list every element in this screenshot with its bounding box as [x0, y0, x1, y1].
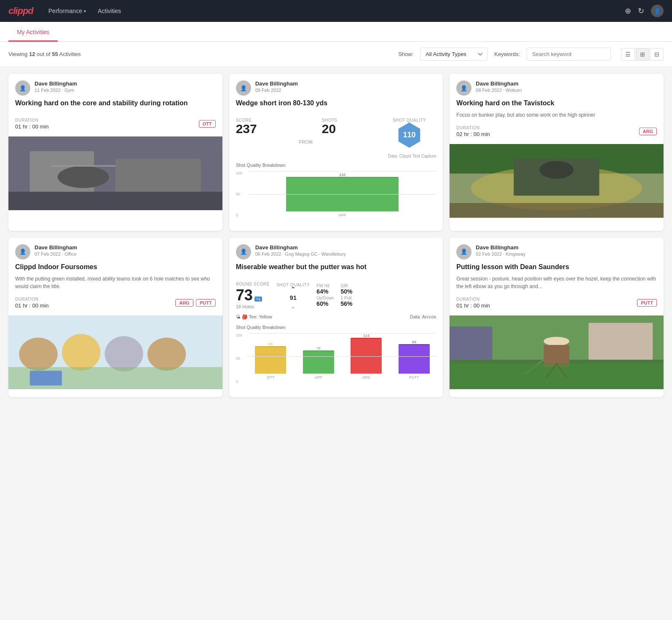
card-header: 👤 Dave Billingham 08 Feb 2022 · Woburn: [450, 74, 664, 99]
nav-activities[interactable]: Activities: [93, 5, 126, 17]
activity-card-1[interactable]: 👤 Dave Billingham 11 Feb 2022 · Gym Work…: [8, 74, 222, 231]
card-title: Working hard on the Tavistock: [456, 99, 657, 108]
card-description: With the putting green installed, mixed …: [15, 275, 216, 290]
card-header: 👤 Dave Billingham 02 Feb 2022 · Kingsway: [450, 238, 664, 263]
data-source: Data: Clippd Test Capture: [229, 153, 443, 159]
card-description: Great session - posture, head position w…: [456, 275, 657, 290]
tag-putt: PUTT: [637, 299, 657, 307]
navbar: clippd Performance ▾ Activities ⊕ ↻ 👤: [0, 0, 672, 22]
up-down-label: Up/Down: [316, 296, 334, 300]
user-name: Dave Billingham: [476, 80, 657, 87]
svg-point-10: [540, 161, 574, 179]
cols-view-toggle[interactable]: ⊟: [650, 48, 664, 61]
avatar: 👤: [456, 80, 471, 96]
round-score-label: Round Score: [236, 282, 270, 286]
avatar: 👤: [236, 80, 251, 96]
shot-quality-label: Shot Quality: [393, 118, 426, 123]
refresh-icon[interactable]: ↻: [638, 6, 644, 16]
card-image: [8, 315, 222, 389]
chart-title: Shot Quality Breakdown: [236, 163, 436, 168]
svg-rect-18: [30, 371, 62, 385]
activity-card-5[interactable]: 👤 Dave Billingham 06 Feb 2022 · Gog Mago…: [229, 238, 443, 397]
stats-section: Score 237 FROM Shots 20 Shot Quality 110: [229, 115, 443, 153]
duration-label: Duration: [15, 118, 49, 123]
bar-ott: [255, 346, 286, 374]
score-value: 237: [236, 123, 290, 135]
score-badge: +1: [254, 297, 262, 302]
card-footer: Duration 01 hr : 00 min OTT: [8, 115, 222, 135]
card-footer: Duration 02 hr : 00 min ARG: [450, 122, 664, 142]
card-tags: ARG: [639, 128, 657, 135]
svg-rect-15: [104, 336, 143, 371]
user-name: Dave Billingham: [255, 244, 436, 251]
user-name: Dave Billingham: [255, 80, 436, 87]
activity-card-6[interactable]: 👤 Dave Billingham 02 Feb 2022 · Kingsway…: [450, 238, 664, 397]
bar-app: [303, 350, 334, 374]
bar-arg: [351, 338, 382, 374]
card-footer: Duration 01 hr : 00 min ARG PUTT: [8, 294, 222, 314]
activity-card-4[interactable]: 👤 Dave Billingham 07 Feb 2022 · Office C…: [8, 238, 222, 397]
svg-rect-13: [19, 337, 57, 371]
round-holes: 18 Holes: [236, 304, 270, 309]
show-label: Show:: [398, 51, 413, 57]
card-footer: Duration 01 hr : 00 min PUTT: [450, 294, 664, 314]
card-image: [450, 144, 664, 218]
activity-type-select[interactable]: All Activity Types: [420, 48, 487, 61]
user-name: Dave Billingham: [35, 244, 216, 251]
svg-rect-5: [8, 192, 222, 210]
fw-hit-label: FW Hit: [316, 283, 334, 288]
tag-arg: ARG: [175, 299, 193, 307]
card-title: Miserable weather but the putter was hot: [236, 263, 436, 272]
fw-hit-value: 64%: [316, 288, 334, 295]
user-name: Dave Billingham: [476, 244, 657, 251]
app-logo[interactable]: clippd: [8, 5, 33, 16]
list-view-toggle[interactable]: ☰: [621, 48, 635, 61]
duration-value: 01 hr : 00 min: [15, 123, 49, 130]
up-down-value: 60%: [316, 300, 334, 307]
card-body: Working hard on the core and stability d…: [8, 99, 222, 115]
search-input[interactable]: [527, 48, 611, 61]
svg-rect-2: [115, 158, 201, 195]
nav-links: Performance ▾ Activities: [43, 5, 126, 17]
activity-card-2[interactable]: 👤 Dave Billingham 09 Feb 2022 Wedge shor…: [229, 74, 443, 231]
card-header: 👤 Dave Billingham 07 Feb 2022 · Office: [8, 238, 222, 263]
duration-label: Duration: [456, 297, 490, 302]
duration-label: Duration: [15, 297, 49, 302]
view-toggles: ☰ ⊞ ⊟: [621, 48, 664, 61]
gir-value: 50%: [340, 288, 358, 295]
svg-rect-11: [450, 203, 664, 218]
one-putt-label: 1 Putt: [340, 296, 358, 300]
chevron-down-icon: ▾: [84, 9, 86, 13]
tag-ott: OTT: [199, 120, 216, 128]
card-body: Putting lesson with Dean Saunders Great …: [450, 263, 664, 294]
chart-area: Shot Quality Breakdown 100 50 0 88 OTT: [229, 321, 443, 397]
avatar: 👤: [15, 80, 30, 96]
add-icon[interactable]: ⊕: [625, 6, 631, 16]
duration-value: 01 hr : 00 min: [456, 302, 490, 309]
card-body: Clippd Indoor Foursomes With the putting…: [8, 263, 222, 294]
svg-point-3: [58, 166, 109, 188]
card-description: Focus on bunker play, but also some work…: [456, 111, 657, 119]
activities-grid: 👤 Dave Billingham 11 Feb 2022 · Gym Work…: [0, 67, 672, 404]
card-tags: PUTT: [637, 299, 657, 307]
nav-performance[interactable]: Performance ▾: [43, 5, 91, 17]
card-title: Clippd Indoor Foursomes: [15, 263, 216, 272]
one-putt-value: 56%: [340, 300, 358, 307]
card-tags: ARG PUTT: [175, 299, 215, 307]
nav-right: ⊕ ↻ 👤: [625, 5, 664, 17]
activity-card-3[interactable]: 👤 Dave Billingham 08 Feb 2022 · Woburn W…: [450, 74, 664, 231]
user-meta: 08 Feb 2022 · Woburn: [476, 88, 657, 93]
svg-rect-14: [62, 334, 100, 371]
card-image: [8, 136, 222, 210]
grid-view-toggle[interactable]: ⊞: [636, 48, 649, 61]
duration-value: 01 hr : 00 min: [15, 302, 49, 309]
user-avatar-button[interactable]: 👤: [651, 5, 664, 17]
keywords-label: Keywords:: [494, 51, 520, 57]
tag-putt: PUTT: [196, 299, 216, 307]
bar-putt: [399, 344, 430, 374]
from-label: FROM: [299, 139, 312, 148]
card-title: Working hard on the core and stability d…: [15, 99, 216, 108]
tab-my-activities[interactable]: My Activities: [8, 22, 58, 42]
avatar: 👤: [456, 244, 471, 259]
shots-value: 20: [322, 123, 376, 135]
